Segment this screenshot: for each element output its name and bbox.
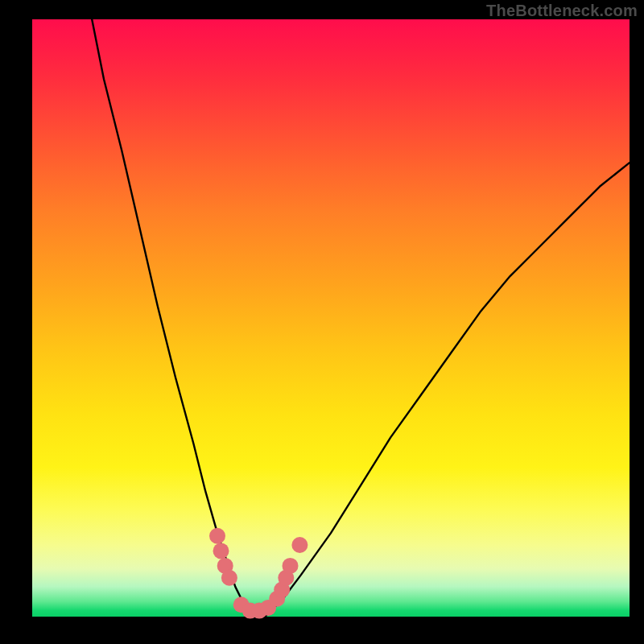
- marker-right-outlier: [291, 537, 308, 553]
- chart-svg: [32, 19, 630, 617]
- marker-left-cluster-1: [209, 528, 225, 544]
- marker-left-cluster-2: [213, 543, 229, 559]
- watermark-text: TheBottleneck.com: [486, 2, 638, 20]
- marker-left-cluster-4: [221, 570, 237, 586]
- marker-group: [209, 528, 308, 619]
- plot-area: [32, 19, 630, 617]
- bottleneck-curve: [92, 19, 630, 617]
- chart-frame: TheBottleneck.com: [0, 0, 644, 644]
- marker-right-cluster-4: [283, 558, 299, 574]
